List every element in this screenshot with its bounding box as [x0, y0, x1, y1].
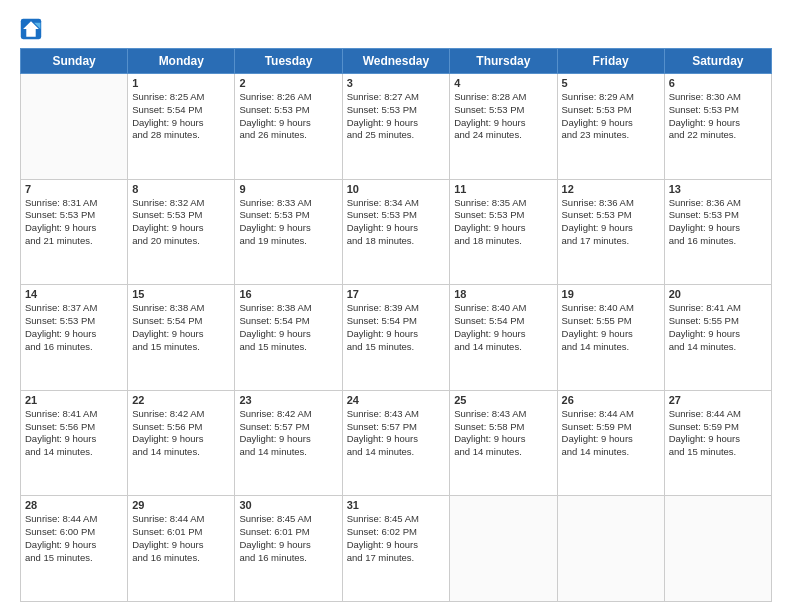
day-info: Sunrise: 8:26 AMSunset: 5:53 PMDaylight:… — [239, 91, 337, 142]
day-info: Sunrise: 8:42 AMSunset: 5:57 PMDaylight:… — [239, 408, 337, 459]
day-info: Sunrise: 8:42 AMSunset: 5:56 PMDaylight:… — [132, 408, 230, 459]
calendar-cell: 2Sunrise: 8:26 AMSunset: 5:53 PMDaylight… — [235, 74, 342, 180]
day-number: 5 — [562, 77, 660, 89]
calendar-cell: 20Sunrise: 8:41 AMSunset: 5:55 PMDayligh… — [664, 285, 771, 391]
day-number: 22 — [132, 394, 230, 406]
day-number: 9 — [239, 183, 337, 195]
calendar-cell: 31Sunrise: 8:45 AMSunset: 6:02 PMDayligh… — [342, 496, 450, 602]
day-info: Sunrise: 8:40 AMSunset: 5:55 PMDaylight:… — [562, 302, 660, 353]
day-number: 30 — [239, 499, 337, 511]
day-number: 1 — [132, 77, 230, 89]
calendar-cell: 30Sunrise: 8:45 AMSunset: 6:01 PMDayligh… — [235, 496, 342, 602]
day-number: 10 — [347, 183, 446, 195]
day-info: Sunrise: 8:31 AMSunset: 5:53 PMDaylight:… — [25, 197, 123, 248]
day-number: 28 — [25, 499, 123, 511]
calendar-cell: 17Sunrise: 8:39 AMSunset: 5:54 PMDayligh… — [342, 285, 450, 391]
day-number: 31 — [347, 499, 446, 511]
day-info: Sunrise: 8:44 AMSunset: 5:59 PMDaylight:… — [562, 408, 660, 459]
dow-header-thursday: Thursday — [450, 49, 557, 74]
day-number: 8 — [132, 183, 230, 195]
day-info: Sunrise: 8:25 AMSunset: 5:54 PMDaylight:… — [132, 91, 230, 142]
calendar-cell: 21Sunrise: 8:41 AMSunset: 5:56 PMDayligh… — [21, 390, 128, 496]
day-number: 15 — [132, 288, 230, 300]
calendar-cell: 23Sunrise: 8:42 AMSunset: 5:57 PMDayligh… — [235, 390, 342, 496]
dow-header-friday: Friday — [557, 49, 664, 74]
day-number: 6 — [669, 77, 767, 89]
day-number: 7 — [25, 183, 123, 195]
calendar-cell: 3Sunrise: 8:27 AMSunset: 5:53 PMDaylight… — [342, 74, 450, 180]
calendar-cell: 12Sunrise: 8:36 AMSunset: 5:53 PMDayligh… — [557, 179, 664, 285]
day-info: Sunrise: 8:33 AMSunset: 5:53 PMDaylight:… — [239, 197, 337, 248]
calendar-cell: 18Sunrise: 8:40 AMSunset: 5:54 PMDayligh… — [450, 285, 557, 391]
day-info: Sunrise: 8:40 AMSunset: 5:54 PMDaylight:… — [454, 302, 552, 353]
day-info: Sunrise: 8:28 AMSunset: 5:53 PMDaylight:… — [454, 91, 552, 142]
day-number: 25 — [454, 394, 552, 406]
calendar-cell — [450, 496, 557, 602]
day-info: Sunrise: 8:29 AMSunset: 5:53 PMDaylight:… — [562, 91, 660, 142]
calendar-cell: 19Sunrise: 8:40 AMSunset: 5:55 PMDayligh… — [557, 285, 664, 391]
calendar-cell: 11Sunrise: 8:35 AMSunset: 5:53 PMDayligh… — [450, 179, 557, 285]
calendar-cell: 1Sunrise: 8:25 AMSunset: 5:54 PMDaylight… — [128, 74, 235, 180]
day-info: Sunrise: 8:41 AMSunset: 5:55 PMDaylight:… — [669, 302, 767, 353]
calendar-cell — [664, 496, 771, 602]
calendar-table: SundayMondayTuesdayWednesdayThursdayFrid… — [20, 48, 772, 602]
calendar-cell: 10Sunrise: 8:34 AMSunset: 5:53 PMDayligh… — [342, 179, 450, 285]
calendar-cell: 4Sunrise: 8:28 AMSunset: 5:53 PMDaylight… — [450, 74, 557, 180]
day-number: 17 — [347, 288, 446, 300]
day-number: 3 — [347, 77, 446, 89]
day-number: 24 — [347, 394, 446, 406]
day-info: Sunrise: 8:38 AMSunset: 5:54 PMDaylight:… — [239, 302, 337, 353]
day-info: Sunrise: 8:41 AMSunset: 5:56 PMDaylight:… — [25, 408, 123, 459]
dow-header-wednesday: Wednesday — [342, 49, 450, 74]
logo — [20, 18, 46, 40]
dow-header-saturday: Saturday — [664, 49, 771, 74]
dow-header-monday: Monday — [128, 49, 235, 74]
day-info: Sunrise: 8:39 AMSunset: 5:54 PMDaylight:… — [347, 302, 446, 353]
calendar-cell: 13Sunrise: 8:36 AMSunset: 5:53 PMDayligh… — [664, 179, 771, 285]
calendar-cell: 27Sunrise: 8:44 AMSunset: 5:59 PMDayligh… — [664, 390, 771, 496]
day-info: Sunrise: 8:35 AMSunset: 5:53 PMDaylight:… — [454, 197, 552, 248]
calendar-cell: 28Sunrise: 8:44 AMSunset: 6:00 PMDayligh… — [21, 496, 128, 602]
day-number: 19 — [562, 288, 660, 300]
calendar-cell: 29Sunrise: 8:44 AMSunset: 6:01 PMDayligh… — [128, 496, 235, 602]
day-number: 20 — [669, 288, 767, 300]
day-number: 18 — [454, 288, 552, 300]
day-info: Sunrise: 8:44 AMSunset: 6:00 PMDaylight:… — [25, 513, 123, 564]
day-info: Sunrise: 8:43 AMSunset: 5:58 PMDaylight:… — [454, 408, 552, 459]
day-number: 29 — [132, 499, 230, 511]
calendar-cell: 5Sunrise: 8:29 AMSunset: 5:53 PMDaylight… — [557, 74, 664, 180]
day-info: Sunrise: 8:43 AMSunset: 5:57 PMDaylight:… — [347, 408, 446, 459]
calendar-cell: 25Sunrise: 8:43 AMSunset: 5:58 PMDayligh… — [450, 390, 557, 496]
calendar-cell: 22Sunrise: 8:42 AMSunset: 5:56 PMDayligh… — [128, 390, 235, 496]
calendar-cell: 24Sunrise: 8:43 AMSunset: 5:57 PMDayligh… — [342, 390, 450, 496]
day-info: Sunrise: 8:36 AMSunset: 5:53 PMDaylight:… — [669, 197, 767, 248]
calendar-cell: 9Sunrise: 8:33 AMSunset: 5:53 PMDaylight… — [235, 179, 342, 285]
day-number: 16 — [239, 288, 337, 300]
calendar-cell — [557, 496, 664, 602]
logo-icon — [20, 18, 42, 40]
calendar-cell: 15Sunrise: 8:38 AMSunset: 5:54 PMDayligh… — [128, 285, 235, 391]
day-info: Sunrise: 8:37 AMSunset: 5:53 PMDaylight:… — [25, 302, 123, 353]
day-number: 23 — [239, 394, 337, 406]
calendar-cell: 8Sunrise: 8:32 AMSunset: 5:53 PMDaylight… — [128, 179, 235, 285]
calendar-cell: 6Sunrise: 8:30 AMSunset: 5:53 PMDaylight… — [664, 74, 771, 180]
day-info: Sunrise: 8:36 AMSunset: 5:53 PMDaylight:… — [562, 197, 660, 248]
calendar-cell: 16Sunrise: 8:38 AMSunset: 5:54 PMDayligh… — [235, 285, 342, 391]
day-number: 13 — [669, 183, 767, 195]
calendar-cell: 26Sunrise: 8:44 AMSunset: 5:59 PMDayligh… — [557, 390, 664, 496]
day-number: 27 — [669, 394, 767, 406]
day-info: Sunrise: 8:30 AMSunset: 5:53 PMDaylight:… — [669, 91, 767, 142]
calendar-cell — [21, 74, 128, 180]
day-info: Sunrise: 8:34 AMSunset: 5:53 PMDaylight:… — [347, 197, 446, 248]
dow-header-sunday: Sunday — [21, 49, 128, 74]
day-number: 4 — [454, 77, 552, 89]
day-number: 12 — [562, 183, 660, 195]
day-info: Sunrise: 8:27 AMSunset: 5:53 PMDaylight:… — [347, 91, 446, 142]
day-number: 21 — [25, 394, 123, 406]
day-number: 2 — [239, 77, 337, 89]
day-info: Sunrise: 8:45 AMSunset: 6:01 PMDaylight:… — [239, 513, 337, 564]
day-number: 11 — [454, 183, 552, 195]
day-number: 26 — [562, 394, 660, 406]
day-number: 14 — [25, 288, 123, 300]
day-info: Sunrise: 8:45 AMSunset: 6:02 PMDaylight:… — [347, 513, 446, 564]
